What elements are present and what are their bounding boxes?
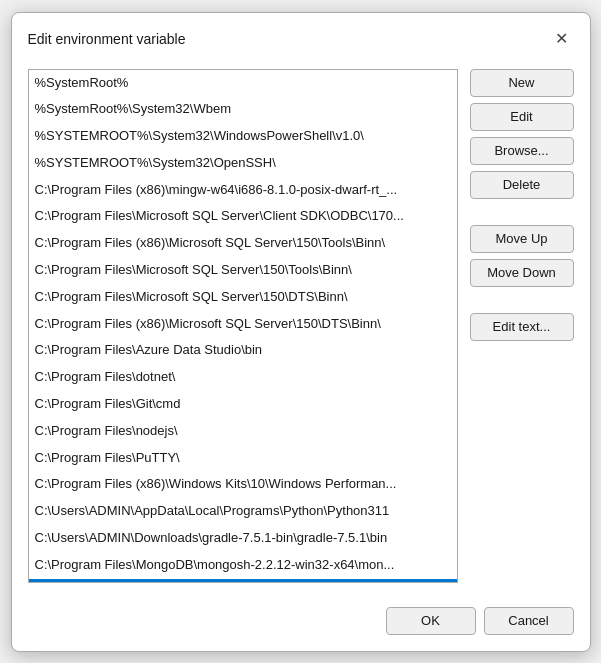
delete-button[interactable]: Delete bbox=[470, 171, 574, 199]
list-item[interactable]: C:\Program Files\Git\cmd bbox=[29, 391, 457, 418]
list-item[interactable]: C:\Program Files\Microsoft SQL Server\Cl… bbox=[29, 203, 457, 230]
new-button[interactable]: New bbox=[470, 69, 574, 97]
list-item[interactable]: C:\Program Files\Azure Data Studio\bin bbox=[29, 337, 457, 364]
spacer2 bbox=[470, 293, 574, 307]
buttons-panel: New Edit Browse... Delete Move Up Move D… bbox=[470, 69, 574, 583]
list-item[interactable]: C:\Users\ADMIN\Downloads\gradle-7.5.1-bi… bbox=[29, 525, 457, 552]
dialog-footer: OK Cancel bbox=[12, 599, 590, 651]
list-item[interactable]: C:\Program Files (x86)\Microsoft SQL Ser… bbox=[29, 230, 457, 257]
cancel-button[interactable]: Cancel bbox=[484, 607, 574, 635]
list-item[interactable]: C:\Users\ADMIN\AppData\Local\Programs\Py… bbox=[29, 498, 457, 525]
spacer1 bbox=[470, 205, 574, 219]
dialog-content: %SystemRoot%%SystemRoot%\System32\Wbem%S… bbox=[12, 61, 590, 599]
move-down-button[interactable]: Move Down bbox=[470, 259, 574, 287]
move-up-button[interactable]: Move Up bbox=[470, 225, 574, 253]
list-item[interactable]: %SystemRoot% bbox=[29, 70, 457, 97]
list-item[interactable]: C:\Program Files\MongoDB\mongosh-2.2.12-… bbox=[29, 552, 457, 579]
edit-env-var-dialog: Edit environment variable ✕ %SystemRoot%… bbox=[11, 12, 591, 652]
list-item[interactable]: %SYSTEMROOT%\System32\WindowsPowerShell\… bbox=[29, 123, 457, 150]
list-item[interactable]: C:\Program Files\Microsoft SQL Server\15… bbox=[29, 257, 457, 284]
dialog-title: Edit environment variable bbox=[28, 31, 186, 47]
list-item[interactable]: C:\Program Files (x86)\mingw-w64\i686-8.… bbox=[29, 177, 457, 204]
list-item[interactable]: %SystemRoot%\System32\Wbem bbox=[29, 96, 457, 123]
list-item[interactable]: C:\Program Files\dotnet\ bbox=[29, 364, 457, 391]
browse-button[interactable]: Browse... bbox=[470, 137, 574, 165]
list-item[interactable]: C:\Program Files\nodejs\ bbox=[29, 418, 457, 445]
env-var-list[interactable]: %SystemRoot%%SystemRoot%\System32\Wbem%S… bbox=[28, 69, 458, 583]
list-item[interactable]: %JAVA_HOME%\bin bbox=[29, 579, 457, 583]
list-item[interactable]: C:\Program Files (x86)\Windows Kits\10\W… bbox=[29, 471, 457, 498]
list-item[interactable]: C:\Program Files (x86)\Microsoft SQL Ser… bbox=[29, 311, 457, 338]
list-item[interactable]: %SYSTEMROOT%\System32\OpenSSH\ bbox=[29, 150, 457, 177]
list-item[interactable]: C:\Program Files\Microsoft SQL Server\15… bbox=[29, 284, 457, 311]
title-bar: Edit environment variable ✕ bbox=[12, 13, 590, 61]
ok-button[interactable]: OK bbox=[386, 607, 476, 635]
list-item[interactable]: C:\Program Files\PuTTY\ bbox=[29, 445, 457, 472]
close-button[interactable]: ✕ bbox=[550, 27, 574, 51]
edit-text-button[interactable]: Edit text... bbox=[470, 313, 574, 341]
edit-button[interactable]: Edit bbox=[470, 103, 574, 131]
